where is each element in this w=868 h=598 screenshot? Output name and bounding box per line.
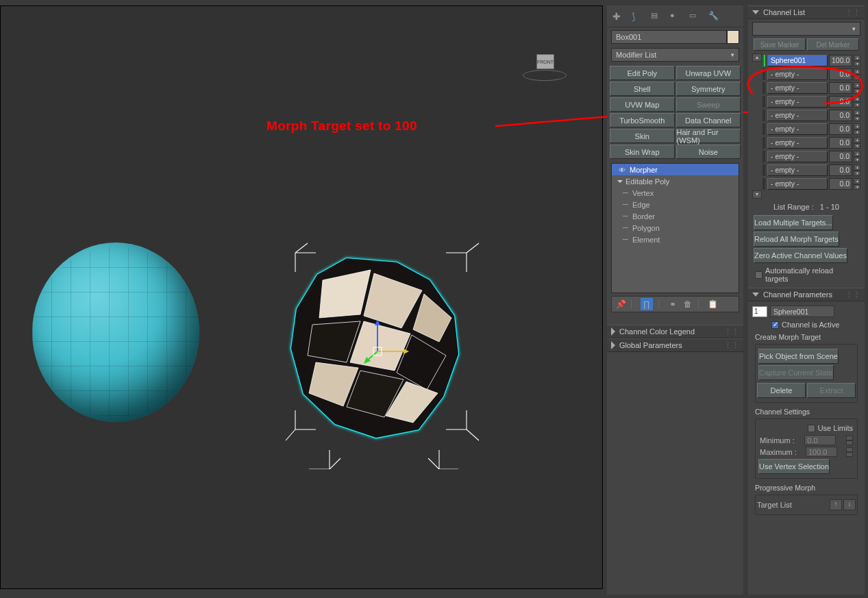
stack-item-morpher[interactable]: Morpher	[612, 164, 739, 175]
channel-spinner[interactable]: ▴▾	[854, 68, 860, 80]
modifier-button-skin-wrap[interactable]: Skin Wrap	[610, 145, 675, 159]
modifier-stack[interactable]: Morpher Editable Poly VertexEdgeBorderPo…	[611, 163, 739, 293]
channel-value[interactable]: 0.0	[829, 164, 852, 176]
expand-icon[interactable]	[617, 180, 623, 183]
channel-name[interactable]: - empty -	[767, 164, 828, 176]
capture-state-button[interactable]: Capture Current State	[758, 365, 834, 380]
modifier-list-dropdown[interactable]: Modifier List	[611, 48, 739, 62]
reload-all-targets-button[interactable]: Reload All Morph Targets	[754, 232, 839, 247]
modifier-button-symmetry[interactable]: Symmetry	[676, 82, 741, 96]
channel-name[interactable]: - empty -	[767, 82, 828, 94]
marker-dropdown[interactable]	[752, 22, 860, 36]
channel-row-8[interactable]: - empty -0.0▴▾	[762, 164, 860, 177]
stack-sub-vertex[interactable]: Vertex	[612, 187, 739, 199]
channel-spinner[interactable]: ▴▾	[854, 164, 860, 176]
object-name-field[interactable]	[611, 30, 727, 44]
modifier-button-shell[interactable]: Shell	[610, 82, 675, 96]
channel-row-1[interactable]: - empty -0.0▴▾	[762, 68, 860, 81]
channel-name[interactable]: - empty -	[767, 123, 828, 135]
channel-value[interactable]: 0.0	[829, 151, 852, 162]
channel-value[interactable]: 0.0	[829, 82, 852, 94]
show-end-result-icon[interactable]: ∏	[641, 298, 653, 310]
channel-spinner[interactable]: ▴▾	[854, 82, 860, 94]
create-tab-icon[interactable]	[612, 11, 623, 22]
channel-scroll-up[interactable]: ▴	[752, 53, 762, 62]
channel-name[interactable]: Sphere001	[767, 55, 828, 66]
target-list-up-button[interactable]: ↑	[830, 499, 842, 510]
modifier-button-data-channel[interactable]: Data Channel	[676, 113, 741, 127]
extract-button[interactable]: Extract	[807, 383, 856, 398]
channel-spinner[interactable]: ▴▾	[854, 96, 860, 108]
maximum-spinner[interactable]	[846, 447, 853, 457]
target-list-down-button[interactable]: ↓	[843, 499, 856, 510]
channel-value[interactable]: 100.0	[829, 55, 852, 66]
minimum-spinner[interactable]	[846, 436, 853, 445]
stack-item-editable-poly[interactable]: Editable Poly	[612, 175, 739, 187]
channel-spinner[interactable]: ▴▾	[854, 123, 860, 135]
del-marker-button[interactable]: Del Marker	[807, 38, 859, 51]
channel-scroll-down[interactable]: ▾	[752, 190, 762, 199]
maximum-input[interactable]	[806, 447, 837, 457]
channel-name[interactable]: - empty -	[767, 96, 828, 108]
modifier-button-unwrap-uvw[interactable]: Unwrap UVW	[676, 66, 741, 80]
channel-row-4[interactable]: - empty -0.0▴▾	[762, 109, 860, 122]
modifier-button-hair-and-fur-wsm-[interactable]: Hair and Fur (WSM)	[676, 129, 741, 143]
display-tab-icon[interactable]	[689, 11, 700, 22]
channel-row-5[interactable]: - empty -0.0▴▾	[762, 123, 860, 136]
object-color-swatch[interactable]	[727, 30, 739, 44]
viewport-3d[interactable]: FRONT Morph Target set to 100	[0, 5, 603, 589]
channel-row-7[interactable]: - empty -0.0▴▾	[762, 150, 860, 163]
channel-name-display[interactable]	[770, 306, 834, 317]
load-multiple-targets-button[interactable]: Load Multiple Targets...	[754, 215, 833, 230]
channel-name[interactable]: - empty -	[767, 137, 828, 149]
make-unique-icon[interactable]: ⚭	[668, 299, 678, 309]
channel-value[interactable]: 0.0	[829, 96, 852, 108]
rollout-channel-list[interactable]: Channel List⋮⋮	[748, 5, 865, 19]
rollout-channel-color-legend[interactable]: Channel Color Legend⋮⋮	[607, 325, 743, 338]
hierarchy-tab-icon[interactable]	[651, 11, 662, 22]
channel-row-2[interactable]: - empty -0.0▴▾	[762, 82, 860, 95]
channel-name[interactable]: - empty -	[767, 110, 828, 121]
stack-sub-polygon[interactable]: Polygon	[612, 222, 739, 234]
channel-active-checkbox[interactable]	[771, 321, 779, 329]
rollout-global-parameters[interactable]: Global Parameters⋮⋮	[607, 338, 743, 352]
modifier-button-noise[interactable]: Noise	[676, 145, 741, 159]
stack-sub-element[interactable]: Element	[612, 234, 739, 245]
modifier-button-sweep[interactable]: Sweep	[676, 97, 741, 112]
utilities-tab-icon[interactable]	[708, 11, 719, 22]
channel-value[interactable]: 0.0	[829, 178, 852, 190]
channel-row-0[interactable]: Sphere001100.0▴▾	[762, 54, 860, 67]
sphere-object[interactable]	[32, 242, 199, 422]
delete-button[interactable]: Delete	[757, 383, 806, 398]
visibility-icon[interactable]	[619, 166, 625, 174]
pin-icon[interactable]: 📌	[616, 299, 625, 309]
channel-spinner[interactable]: ▴▾	[854, 55, 860, 66]
channel-name[interactable]: - empty -	[767, 151, 828, 162]
minimum-input[interactable]	[804, 435, 836, 445]
save-marker-button[interactable]: Save Marker	[754, 38, 806, 51]
channel-value[interactable]: 0.0	[829, 68, 852, 80]
pick-object-button[interactable]: Pick Object from Scene	[758, 349, 839, 364]
zero-active-channel-button[interactable]: Zero Active Channel Values	[754, 248, 847, 263]
modifier-button-edit-poly[interactable]: Edit Poly	[610, 66, 675, 80]
auto-reload-checkbox[interactable]	[755, 271, 762, 279]
modifier-button-turbosmooth[interactable]: TurboSmooth	[610, 113, 675, 127]
motion-tab-icon[interactable]	[670, 11, 681, 22]
remove-modifier-icon[interactable]: 🗑	[683, 299, 693, 309]
configure-sets-icon[interactable]: 📋	[708, 299, 717, 309]
channel-spinner[interactable]: ▴▾	[854, 110, 860, 121]
channel-row-9[interactable]: - empty -0.0▴▾	[762, 177, 860, 190]
channel-index-input[interactable]	[752, 306, 767, 317]
modifier-button-uvw-map[interactable]: UVW Map	[610, 97, 675, 112]
channel-value[interactable]: 0.0	[829, 137, 852, 149]
stack-sub-edge[interactable]: Edge	[612, 199, 739, 210]
stack-sub-border[interactable]: Border	[612, 210, 739, 222]
channel-row-3[interactable]: - empty -0.0▴▾	[762, 95, 860, 108]
use-vertex-selection-button[interactable]: Use Vertex Selection	[758, 459, 830, 474]
channel-spinner[interactable]: ▴▾	[854, 178, 860, 190]
transform-gizmo[interactable]	[364, 319, 412, 366]
viewcube-face[interactable]: FRONT	[536, 54, 554, 69]
modifier-button-skin[interactable]: Skin	[610, 129, 675, 143]
use-limits-checkbox[interactable]	[808, 425, 815, 432]
channel-name[interactable]: - empty -	[767, 178, 828, 190]
